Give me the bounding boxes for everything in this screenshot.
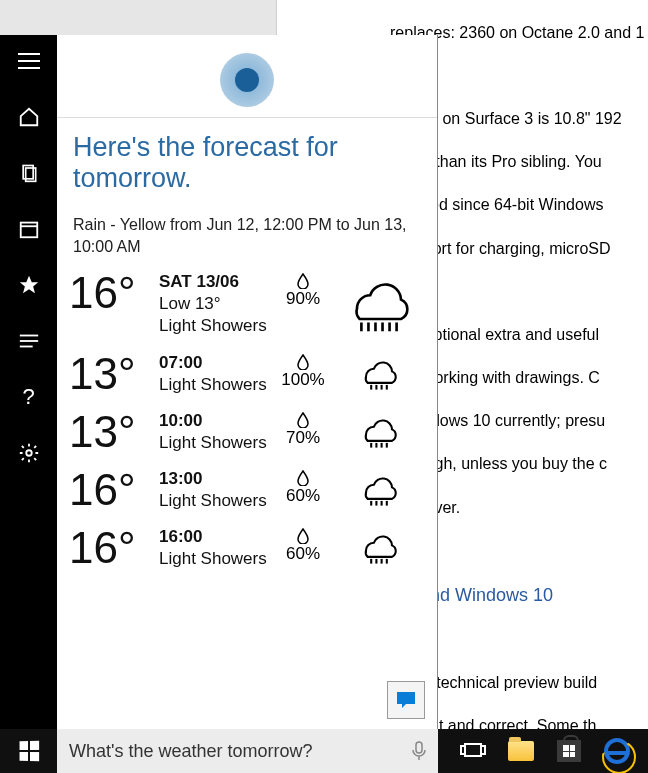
forecast-icon-cell [332,271,425,335]
help-button[interactable]: ? [15,383,43,411]
taskbar: What's the weather tomorrow? [0,729,648,773]
forecast-icon-cell [332,410,425,452]
list-icon [18,332,40,350]
microphone-icon[interactable] [412,741,426,761]
forecast-precip: 60% [274,526,332,564]
svg-rect-35 [465,744,481,756]
internet-explorer-button[interactable] [600,734,634,768]
svg-rect-33 [416,742,422,753]
list-button[interactable] [15,327,43,355]
forecast-temp: 16° [69,526,159,570]
forecast-precip: 90% [274,271,332,309]
forecast-text: 10:00 Light Showers [159,410,274,454]
svg-rect-37 [481,746,485,754]
star-icon [18,274,40,296]
cortana-logo-area [57,35,437,118]
forecast-temp: 13° [69,410,159,454]
speech-bubble-icon [396,691,416,709]
cortana-sidebar: ? [0,35,57,729]
rain-cloud-icon [353,528,405,568]
ie-icon [604,738,630,764]
forecast-icon-cell [332,352,425,394]
taskbar-pinned-apps [438,729,634,773]
rain-cloud-icon [353,354,405,394]
feedback-button[interactable] [387,681,425,719]
rain-cloud-icon [353,470,405,510]
droplet-icon [297,412,309,428]
forecast-heading: Here's the forecast for tomorrow. [57,118,437,200]
droplet-icon [297,273,309,289]
store-button[interactable] [552,734,586,768]
file-explorer-button[interactable] [504,734,538,768]
forecast-list: 16° SAT 13/06 Low 13° Light Showers 90% … [57,267,437,580]
droplet-icon [297,354,309,370]
store-icon [557,740,581,762]
cortana-panel: Here's the forecast for tomorrow. Rain -… [57,35,438,729]
forecast-text: SAT 13/06 Low 13° Light Showers [159,271,274,337]
cortana-search-input[interactable]: What's the weather tomorrow? [57,729,438,773]
droplet-icon [297,470,309,486]
forecast-precip: 60% [274,468,332,506]
rain-cloud-icon [353,412,405,452]
folder-icon [508,741,534,761]
forecast-text: 13:00 Light Showers [159,468,274,512]
calendar-icon [18,218,40,240]
gear-icon [18,442,40,464]
documents-icon [19,162,39,184]
svg-rect-36 [461,746,465,754]
forecast-row-hourly[interactable]: 16° 13:00 Light Showers 60% [69,464,425,522]
task-view-icon [460,741,486,761]
menu-button[interactable] [15,47,43,75]
cortana-icon[interactable] [220,53,274,107]
forecast-row-hourly[interactable]: 16° 16:00 Light Showers 60% [69,522,425,580]
home-icon [18,106,40,128]
forecast-row-hourly[interactable]: 13° 10:00 Light Showers 70% [69,406,425,464]
forecast-text: 16:00 Light Showers [159,526,274,570]
task-view-button[interactable] [456,734,490,768]
settings-button[interactable] [15,439,43,467]
forecast-icon-cell [332,526,425,568]
search-input-text: What's the weather tomorrow? [69,741,313,762]
forecast-temp: 16° [69,271,159,315]
calendar-button[interactable] [15,215,43,243]
weather-alert: Rain - Yellow from Jun 12, 12:00 PM to J… [57,200,437,267]
forecast-row-summary[interactable]: 16° SAT 13/06 Low 13° Light Showers 90% [69,267,425,347]
hamburger-icon [18,53,40,69]
forecast-precip: 70% [274,410,332,448]
forecast-row-hourly[interactable]: 13° 07:00 Light Showers 100% [69,348,425,406]
forecast-icon-cell [332,468,425,510]
notebook-button[interactable] [15,159,43,187]
window-titlebar-grey [0,0,277,35]
forecast-precip: 100% [274,352,332,390]
svg-point-10 [26,450,32,456]
forecast-temp: 13° [69,352,159,396]
windows-icon [19,741,39,762]
droplet-icon [297,528,309,544]
start-button[interactable] [0,729,57,773]
forecast-temp: 16° [69,468,159,512]
favorites-button[interactable] [15,271,43,299]
forecast-text: 07:00 Light Showers [159,352,274,396]
question-icon: ? [22,384,34,410]
home-button[interactable] [15,103,43,131]
rain-cloud-icon [335,273,423,335]
svg-rect-2 [20,223,37,238]
